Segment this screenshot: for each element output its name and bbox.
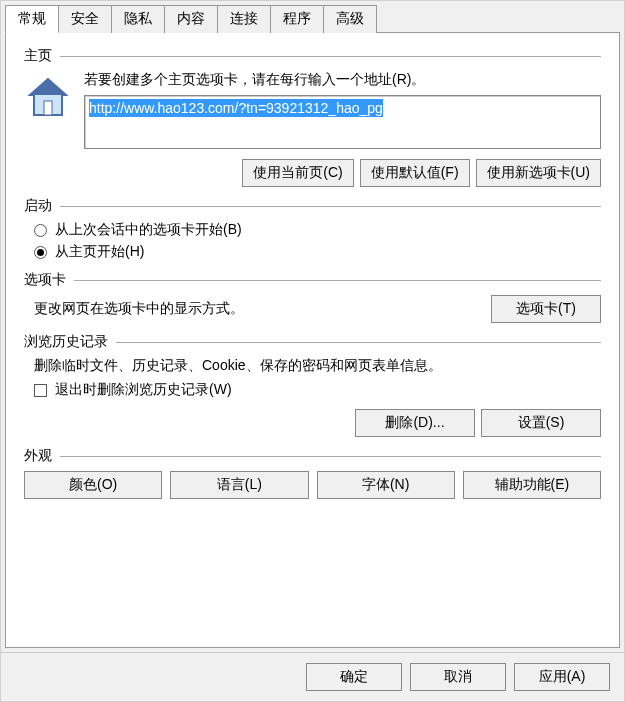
fonts-button[interactable]: 字体(N) (317, 471, 455, 499)
divider (116, 342, 601, 343)
tab-privacy[interactable]: 隐私 (111, 5, 165, 33)
use-default-button[interactable]: 使用默认值(F) (360, 159, 470, 187)
startup-group-label: 启动 (24, 197, 60, 215)
homepage-url-value: http://www.hao123.com/?tn=93921312_hao_p… (89, 99, 383, 117)
settings-button[interactable]: 设置(S) (481, 409, 601, 437)
colors-button[interactable]: 颜色(O) (24, 471, 162, 499)
general-panel: 主页 若要创建多个主页选项卡，请在每行输入一个地址(R)。 http://www… (5, 32, 620, 648)
home-icon (24, 75, 72, 123)
homepage-url-input[interactable]: http://www.hao123.com/?tn=93921312_hao_p… (84, 95, 601, 149)
accessibility-button[interactable]: 辅助功能(E) (463, 471, 601, 499)
divider (60, 56, 601, 57)
history-group-label: 浏览历史记录 (24, 333, 116, 351)
radio-icon (34, 246, 47, 259)
tab-programs[interactable]: 程序 (270, 5, 324, 33)
delete-on-exit-option[interactable]: 退出时删除浏览历史记录(W) (34, 381, 601, 399)
tab-row: 常规 安全 隐私 内容 连接 程序 高级 (1, 1, 624, 33)
appearance-group-label: 外观 (24, 447, 60, 465)
history-description: 删除临时文件、历史记录、Cookie、保存的密码和网页表单信息。 (34, 357, 601, 375)
svg-rect-2 (44, 101, 52, 115)
use-current-button[interactable]: 使用当前页(C) (242, 159, 353, 187)
tab-general[interactable]: 常规 (5, 5, 59, 33)
startup-last-session-option[interactable]: 从上次会话中的选项卡开始(B) (34, 221, 601, 239)
startup-homepage-label: 从主页开始(H) (55, 243, 144, 261)
tab-security[interactable]: 安全 (58, 5, 112, 33)
tab-connections[interactable]: 连接 (217, 5, 271, 33)
ok-button[interactable]: 确定 (306, 663, 402, 691)
tab-advanced[interactable]: 高级 (323, 5, 377, 33)
divider (60, 456, 601, 457)
dialog-bottom-bar: 确定 取消 应用(A) (1, 652, 624, 701)
checkbox-icon (34, 384, 47, 397)
tabs-description: 更改网页在选项卡中的显示方式。 (34, 300, 244, 318)
tabs-button[interactable]: 选项卡(T) (491, 295, 601, 323)
tab-content[interactable]: 内容 (164, 5, 218, 33)
startup-group: 启动 从上次会话中的选项卡开始(B) 从主页开始(H) (24, 197, 601, 261)
delete-on-exit-label: 退出时删除浏览历史记录(W) (55, 381, 232, 399)
divider (60, 206, 601, 207)
appearance-group: 外观 颜色(O) 语言(L) 字体(N) 辅助功能(E) (24, 447, 601, 499)
tabs-group-label: 选项卡 (24, 271, 74, 289)
startup-last-session-label: 从上次会话中的选项卡开始(B) (55, 221, 242, 239)
homepage-description: 若要创建多个主页选项卡，请在每行输入一个地址(R)。 (84, 71, 601, 89)
language-button[interactable]: 语言(L) (170, 471, 308, 499)
tabs-group: 选项卡 更改网页在选项卡中的显示方式。 选项卡(T) (24, 271, 601, 323)
startup-homepage-option[interactable]: 从主页开始(H) (34, 243, 601, 261)
homepage-group: 主页 若要创建多个主页选项卡，请在每行输入一个地址(R)。 http://www… (24, 47, 601, 187)
svg-marker-1 (30, 79, 66, 95)
radio-icon (34, 224, 47, 237)
cancel-button[interactable]: 取消 (410, 663, 506, 691)
divider (74, 280, 601, 281)
delete-button[interactable]: 删除(D)... (355, 409, 475, 437)
use-newtab-button[interactable]: 使用新选项卡(U) (476, 159, 601, 187)
internet-options-dialog: 常规 安全 隐私 内容 连接 程序 高级 主页 若要创建多个主页选项卡，请在每行… (0, 0, 625, 702)
homepage-group-label: 主页 (24, 47, 60, 65)
apply-button[interactable]: 应用(A) (514, 663, 610, 691)
history-group: 浏览历史记录 删除临时文件、历史记录、Cookie、保存的密码和网页表单信息。 … (24, 333, 601, 437)
